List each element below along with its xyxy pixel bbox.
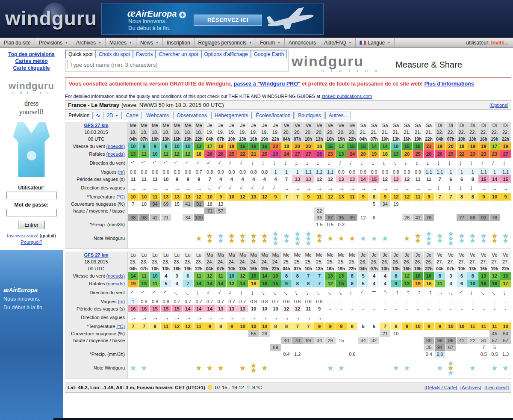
gold-star-icon: ★ [350,236,355,241]
blue-star-icon: ★ [459,238,464,243]
why-link[interactable]: Pourquoi? [21,240,42,245]
view-tab-observations[interactable]: Observations [173,112,210,119]
nav-item-langue[interactable]: Langue▼ [356,38,395,47]
spot-tab-options-d-affichage[interactable]: Options d'affichage [201,50,251,58]
forecast-cell [183,207,194,214]
forecast-cell [325,344,336,351]
forecast-cell: → [139,312,150,322]
wind-direction-arrow: → [150,288,159,297]
nav-item-plan-du-site[interactable]: Plan du site [0,38,35,47]
spot-tab-quick-spot[interactable]: Quick spot [65,50,96,58]
aireuropa-banner[interactable]: æAirEuropa✈ Nous innovons. Du début à la… [101,3,324,35]
forecast-cell: 9 [303,193,314,201]
view-tab-carte[interactable]: Carte [123,112,142,119]
sidebar-link-cartes-m-t-o[interactable]: Cartes météo [1,58,62,64]
forecast-cell: Ve [457,251,468,258]
options-link[interactable]: [Options] [489,103,508,108]
nav-item-pr-visions[interactable]: Prévisions▼ [35,38,72,47]
username-input[interactable] [6,192,57,199]
forecast-cell: 7 [380,322,391,330]
forecast-cell: → [369,287,380,298]
nav-item-archives[interactable]: Archives▼ [72,38,106,47]
wind-direction-arrow: → [480,159,488,167]
forecast-cell: 12 [325,175,336,183]
forecast-cell: 25 [259,150,271,158]
forecast-cell: Je [369,251,380,258]
footer-link[interactable]: [Détails / Carte] [425,385,457,390]
banner-cta-button[interactable]: RÉSERVEZ ICI [194,15,262,26]
forecast-cell: Sa [424,122,435,129]
row-label-link[interactable]: (°C) [116,194,125,199]
view-tab-chart-icon[interactable]: ∿ [94,112,102,119]
forecast-cell: ★★ [281,228,292,248]
spot-search-input[interactable] [67,60,284,69]
windguru-shirts-ad[interactable]: windguru s h i r t s dress yourself! [0,74,63,180]
nav-item-r-glages-personnels[interactable]: Réglages personnels▼ [195,38,256,47]
sidebar-aireuropa-ad[interactable]: æAirEuropa Nous innovons. Du début à la … [0,250,63,420]
wind-direction-arrow: → [436,289,443,296]
wave-direction-arrow: → [129,314,137,321]
forecast-cell: 20. [303,129,314,136]
dropdown-arrow-icon: ▼ [65,38,68,47]
password-input[interactable] [6,209,57,216]
model-link[interactable]: GFS 27 km [84,252,109,257]
row-label-link[interactable]: (noeuds) [106,144,125,149]
view-tab--coles-location[interactable]: Écoles/location [253,112,294,119]
forecast-cell: ★★ [227,228,238,248]
forecast-cell: 0.9 [358,168,369,175]
view-tab-pr-vision[interactable]: Prévision [65,112,93,119]
forecast-cell: 14 [194,305,205,312]
forecast-cell: 10h [457,136,468,142]
row-label-link[interactable]: (m) [118,169,125,175]
row-label-link[interactable]: (noeuds) [106,151,125,157]
wind-direction-arrow: → [469,159,476,166]
forecast-cell: 8 [391,322,402,330]
nav-item-annonceurs[interactable]: Annonceurs [285,38,320,47]
forecast-cell: Ve [445,251,457,258]
forecast-cell: Ve [435,251,446,258]
forecast-cell: 10h [150,136,161,142]
nav-item-inscription[interactable]: Inscription [163,38,195,47]
forecast-cell: Je [424,251,435,258]
forecast-cell: - [489,305,501,312]
row-label-link[interactable]: (°C) [116,324,125,329]
wind-direction-arrow: → [172,288,181,297]
forecast-cell: 04h [435,136,446,142]
airplane-image [258,6,322,33]
login-button[interactable]: Entrer [18,221,45,229]
row-label-link[interactable]: (noeuds) [106,281,125,286]
view-tab-2d[interactable]: 2D▼ [103,112,121,119]
nav-item-forum[interactable]: Forum▼ [256,38,285,47]
forecast-cell [424,221,435,228]
stoked-publications-link[interactable]: stoked-publications.com [321,94,372,99]
forecast-cell [259,344,271,351]
more-info-link[interactable]: Plus d'informations [424,81,474,87]
windguru-pro-link[interactable]: passez à "Windguru PRO" [234,81,301,87]
forecast-cell: 18. [194,129,205,136]
nav-item-news[interactable]: News▼ [136,38,163,47]
sidebar-link-carte-cliquable[interactable]: Carte cliquable [1,65,62,71]
row-label-link[interactable]: (noeuds) [106,273,125,278]
view-tab-autres-[interactable]: Autres... [325,112,351,119]
nav-user-value[interactable]: Invité... [491,40,509,46]
footer-link[interactable]: [Archives] [460,385,481,390]
spot-tab-chercher-un-spot[interactable]: Chercher un spot [156,50,201,58]
view-tab-h-bergements[interactable]: Hébergements [211,112,252,119]
view-tab-webcams[interactable]: Webcams [143,112,172,119]
spot-tab-choix-du-spot[interactable]: Choix du spot [96,50,133,58]
sidebar-link-top-des-pr-visions[interactable]: Top des prévisions [1,51,62,57]
wind-direction-arrow: → [458,160,465,166]
footer-link[interactable]: [Lien direct] [484,385,509,390]
water-waves-icon: ≈ [247,384,250,390]
view-tab-boutiques[interactable]: Boutiques [295,112,324,119]
forecast-cell: → [161,287,172,298]
row-label-link[interactable]: (m) [118,299,125,304]
spot-tab-google-earth[interactable]: Google Earth [251,50,287,58]
forecast-cell: 5 [358,272,369,280]
spot-tab-favoris[interactable]: Favoris [133,50,156,58]
nav-item-mar-es[interactable]: Marées▼ [106,38,136,47]
nav-item-aide-faq[interactable]: Aide/FAQ▼ [320,38,356,47]
model-link[interactable]: GFS 27 km [84,123,109,128]
forecast-cell: → [161,183,172,193]
signup-link[interactable]: Inscrivez-vous! [7,233,38,238]
